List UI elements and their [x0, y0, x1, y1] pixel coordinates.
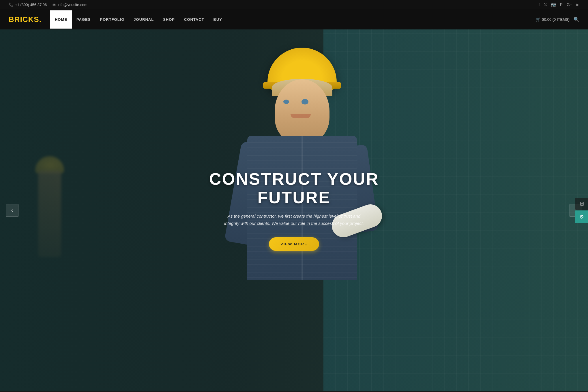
- top-bar-left: 📞 +1 (800) 456 37 96 ✉ info@yousite.com: [9, 3, 87, 7]
- hero-section: ‹ CONSTRUCT YOUR FUTURE As the general c…: [0, 29, 588, 391]
- nav-link-journal[interactable]: JOURNAL: [129, 10, 158, 29]
- cart-icon: 🛒: [536, 17, 540, 22]
- twitter-icon[interactable]: 𝕏: [544, 2, 547, 7]
- hero-content: CONSTRUCT YOUR FUTURE As the general con…: [193, 170, 395, 251]
- logo-dot: .: [39, 15, 42, 24]
- monitor-icon-button[interactable]: 🖥: [575, 198, 588, 210]
- hero-title: CONSTRUCT YOUR FUTURE: [199, 170, 389, 207]
- phone-icon: 📞: [9, 3, 13, 7]
- nav-item-buy[interactable]: BUY: [209, 10, 227, 29]
- instagram-icon[interactable]: 📷: [551, 2, 556, 7]
- monitor-icon: 🖥: [579, 201, 584, 207]
- view-more-button[interactable]: VIEW MORE: [269, 237, 319, 251]
- settings-icon-button[interactable]: ⚙: [575, 210, 588, 223]
- nav-menu: HOME PAGES PORTFOLIO JOURNAL SHOP CONTAC…: [50, 10, 536, 29]
- nav-right-section: 🛒 $0.00 (0 ITEMS) 🔍: [536, 17, 579, 22]
- pinterest-icon[interactable]: P: [560, 2, 563, 7]
- nav-item-pages[interactable]: PAGES: [72, 10, 95, 29]
- nav-item-shop[interactable]: SHOP: [158, 10, 179, 29]
- email-contact[interactable]: ✉ info@yousite.com: [53, 3, 87, 7]
- nav-item-journal[interactable]: JOURNAL: [129, 10, 158, 29]
- main-person-face: [275, 79, 329, 143]
- nav-link-shop[interactable]: SHOP: [158, 10, 179, 29]
- nav-link-home[interactable]: HOME: [50, 10, 72, 29]
- arrow-left-icon: ‹: [11, 207, 13, 214]
- google-icon[interactable]: G+: [567, 2, 572, 7]
- nav-item-portfolio[interactable]: PORTFOLIO: [95, 10, 129, 29]
- right-side-panel: 🖥 ⚙: [575, 198, 588, 223]
- nav-item-home[interactable]: HOME: [50, 10, 72, 29]
- main-navigation: BRICKS. HOME PAGES PORTFOLIO JOURNAL SHO…: [0, 9, 588, 29]
- email-address: info@yousite.com: [57, 3, 87, 7]
- nav-link-pages[interactable]: PAGES: [72, 10, 95, 29]
- nav-link-portfolio[interactable]: PORTFOLIO: [95, 10, 129, 29]
- nav-link-buy[interactable]: BUY: [209, 10, 227, 29]
- site-logo[interactable]: BRICKS.: [9, 15, 42, 24]
- settings-icon: ⚙: [579, 214, 584, 220]
- phone-contact[interactable]: 📞 +1 (800) 456 37 96: [9, 3, 47, 7]
- top-bar: 📞 +1 (800) 456 37 96 ✉ info@yousite.com …: [0, 0, 588, 9]
- hero-subtitle: As the general contructor, we first crea…: [222, 212, 366, 227]
- cart-amount: $0.00 (0 ITEMS): [542, 17, 570, 22]
- logo-text: BRICKS: [9, 15, 39, 24]
- linkedin-icon[interactable]: in: [576, 2, 579, 7]
- nav-link-contact[interactable]: CONTACT: [179, 10, 209, 29]
- social-links: f 𝕏 📷 P G+ in: [539, 2, 579, 7]
- search-button[interactable]: 🔍: [574, 17, 579, 22]
- facebook-icon[interactable]: f: [539, 2, 540, 7]
- cart-button[interactable]: 🛒 $0.00 (0 ITEMS): [536, 17, 570, 22]
- email-icon: ✉: [53, 3, 56, 7]
- slider-prev-button[interactable]: ‹: [6, 204, 18, 217]
- nav-item-contact[interactable]: CONTACT: [179, 10, 209, 29]
- phone-number: +1 (800) 456 37 96: [15, 3, 47, 7]
